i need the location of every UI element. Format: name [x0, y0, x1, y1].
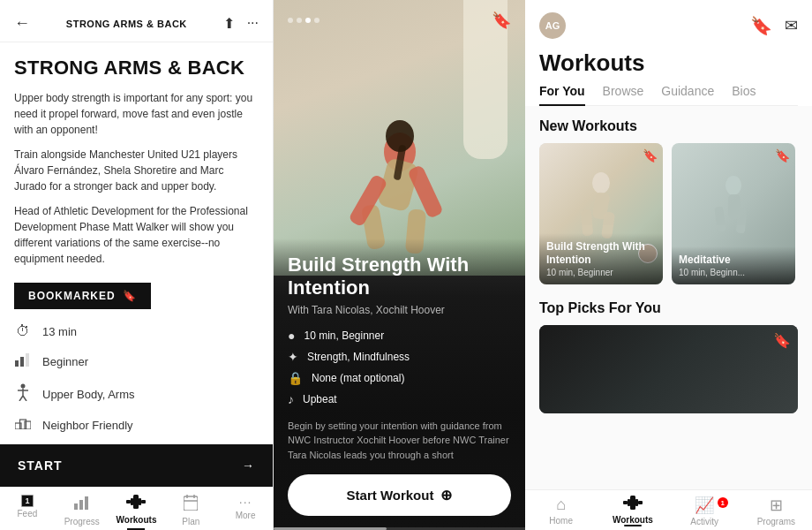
- middle-bookmark-icon[interactable]: 🔖: [492, 11, 511, 30]
- start-label: START: [18, 458, 63, 473]
- right-tabs: For You Browse Guidance Bios: [539, 84, 798, 106]
- svg-rect-18: [133, 495, 139, 509]
- middle-header: 🔖: [274, 0, 525, 41]
- workouts-nav-icon: [126, 495, 146, 513]
- bookmark-header-icon[interactable]: 🔖: [750, 15, 772, 36]
- tag-duration: ● 10 min, Beginner: [288, 329, 511, 343]
- activity-badge: 1: [718, 497, 728, 508]
- right-content: New Workouts 🔖 Build Strength With Inten…: [525, 106, 812, 489]
- svg-rect-16: [131, 498, 133, 505]
- carousel-dots: [288, 18, 320, 23]
- tag-music-icon: ♪: [288, 392, 294, 406]
- nav-progress[interactable]: Progress: [55, 488, 109, 530]
- start-button[interactable]: START →: [0, 444, 273, 487]
- workouts-icon: [623, 496, 643, 513]
- workout-cards-row: 🔖 Build Strength With Intention 10 min, …: [539, 143, 798, 284]
- svg-rect-39: [623, 501, 628, 504]
- progress-label: Progress: [64, 517, 100, 526]
- tab-for-you-label: For You: [539, 84, 585, 98]
- right-header: AG 🔖 ✉: [525, 0, 812, 46]
- avatar-initials: AG: [545, 20, 560, 31]
- nav-workouts[interactable]: Workouts: [109, 488, 164, 530]
- left-content: STRONG ARMS & BACK Upper body strength i…: [0, 42, 273, 444]
- body-icon: [14, 383, 32, 405]
- start-arrow: →: [242, 458, 255, 473]
- svg-rect-43: [630, 496, 635, 510]
- left-panel: ← STRONG ARMS & BACK ⬆ ··· STRONG ARMS &…: [0, 0, 274, 530]
- back-button[interactable]: ←: [14, 14, 30, 33]
- svg-rect-19: [184, 496, 198, 511]
- plan-icon: [184, 495, 198, 515]
- bookmark-button[interactable]: BOOKMARKED 🔖: [14, 283, 151, 309]
- more-icon[interactable]: ···: [247, 15, 259, 32]
- tag-duration-label: 10 min, Beginner: [304, 329, 384, 342]
- svg-rect-42: [635, 499, 638, 506]
- right-nav-activity[interactable]: 📈 Activity 1: [669, 496, 741, 526]
- workout-image: [274, 0, 525, 276]
- top-picks-card[interactable]: 🔖: [539, 325, 798, 413]
- start-workout-button[interactable]: Start Workout ⊕: [288, 474, 511, 516]
- bookmark-label: BOOKMARKED: [28, 290, 116, 302]
- duration-label: 13 min: [42, 325, 77, 338]
- new-workouts-title: New Workouts: [539, 118, 798, 134]
- tag-music: ♪ Upbeat: [288, 392, 511, 406]
- location-label: Neighbor Friendly: [42, 419, 133, 432]
- right-nav-programs[interactable]: ⊞ Programs: [741, 496, 812, 526]
- bookmark-icon: 🔖: [123, 290, 137, 302]
- body-label: Upper Body, Arms: [42, 388, 135, 401]
- header-icons: ⬆ ···: [223, 15, 259, 32]
- left-header: ← STRONG ARMS & BACK ⬆ ···: [0, 0, 273, 42]
- tag-equipment-icon: 🔒: [288, 371, 303, 385]
- card-1-meta: 10 min, Beginner: [546, 268, 656, 277]
- tab-bios[interactable]: Bios: [732, 84, 756, 105]
- tag-equipment: 🔒 None (mat optional): [288, 371, 511, 385]
- right-nav-home[interactable]: ⌂ Home: [525, 496, 597, 526]
- home-label: Home: [549, 516, 573, 526]
- right-nav-workouts[interactable]: Workouts: [597, 496, 668, 526]
- workouts-nav-label: Workouts: [117, 515, 157, 525]
- right-page-title: Workouts: [539, 49, 798, 77]
- top-picks-bookmark[interactable]: 🔖: [773, 332, 791, 349]
- programs-icon: ⊞: [770, 496, 783, 515]
- clock-icon: ⏱: [14, 323, 32, 339]
- workout-desc-2: Train alongside Manchester United U21 pl…: [14, 147, 259, 194]
- card-1-bookmark[interactable]: 🔖: [643, 148, 658, 163]
- svg-point-3: [21, 384, 26, 389]
- tab-guidance[interactable]: Guidance: [661, 84, 714, 105]
- dot-2: [297, 18, 302, 23]
- svg-point-35: [726, 176, 741, 195]
- tab-bios-label: Bios: [732, 84, 756, 98]
- tag-type-icon: ✦: [288, 350, 298, 364]
- svg-line-6: [19, 396, 23, 401]
- workout-card-2[interactable]: 🔖 Meditative 10 min, Beginn...: [672, 143, 795, 284]
- svg-rect-0: [15, 360, 19, 367]
- meta-body: Upper Body, Arms: [14, 383, 259, 405]
- user-avatar[interactable]: AG: [539, 12, 566, 39]
- svg-line-7: [23, 396, 26, 401]
- svg-rect-12: [79, 500, 83, 510]
- dot-1: [288, 18, 293, 23]
- meta-level: Beginner: [14, 352, 259, 371]
- meta-location: Neighbor Friendly: [14, 417, 259, 433]
- workout-title: STRONG ARMS & BACK: [14, 57, 259, 80]
- tab-guidance-label: Guidance: [661, 84, 714, 98]
- tab-browse[interactable]: Browse: [603, 84, 644, 105]
- tag-type: ✦ Strength, Mindfulness: [288, 350, 511, 364]
- tab-for-you[interactable]: For You: [539, 84, 585, 105]
- workout-meta: ⏱ 13 min Beginner: [14, 323, 259, 433]
- middle-panel: 🔖 Build Strength With Intention With Tar…: [274, 0, 525, 530]
- card-2-bookmark[interactable]: 🔖: [775, 148, 790, 163]
- nav-feed[interactable]: 1 Feed: [0, 488, 55, 530]
- nav-plan[interactable]: Plan: [163, 488, 218, 530]
- workout-card-1[interactable]: 🔖 Build Strength With Intention 10 min, …: [539, 143, 663, 284]
- progress-icon: [74, 495, 90, 515]
- activity-label: Activity: [690, 517, 718, 526]
- nav-more[interactable]: ··· More: [218, 488, 273, 530]
- plan-label: Plan: [182, 517, 199, 526]
- share-icon[interactable]: ⬆: [223, 15, 235, 32]
- middle-workout-title: Build Strength With Intention: [288, 254, 511, 300]
- card-1-title: Build Strength With Intention: [546, 240, 656, 266]
- mail-icon[interactable]: ✉: [785, 16, 798, 35]
- more-label: More: [236, 511, 256, 520]
- level-icon: [14, 352, 32, 371]
